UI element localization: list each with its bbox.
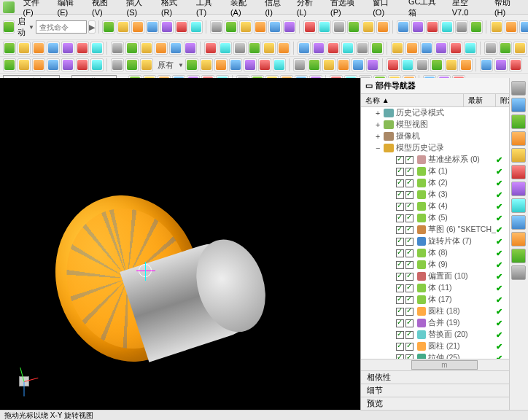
tool-button[interactable]	[214, 58, 228, 71]
tool-button[interactable]	[61, 58, 74, 71]
tool-button[interactable]	[125, 58, 139, 71]
tool-button[interactable]	[303, 20, 317, 34]
tool-button[interactable]	[117, 20, 130, 34]
tool-button[interactable]	[140, 42, 153, 55]
enable-checkbox[interactable]	[405, 156, 414, 164]
menu-item[interactable]: 工具(T)	[192, 0, 226, 20]
visibility-checkbox[interactable]	[396, 238, 404, 246]
tool-button[interactable]	[426, 20, 439, 34]
tool-button[interactable]	[248, 42, 261, 55]
tool-button[interactable]	[470, 20, 483, 34]
feature-row[interactable]: 体 (3)✔	[361, 189, 528, 201]
expander-icon[interactable]: +	[374, 109, 381, 117]
menu-item[interactable]: 编辑(E)	[53, 0, 88, 20]
menu-item[interactable]: 星空 V7.0	[448, 0, 490, 20]
tool-button[interactable]	[352, 58, 365, 71]
tab-navigator[interactable]	[511, 81, 526, 96]
tool-button[interactable]	[277, 42, 290, 55]
tool-button[interactable]	[494, 58, 508, 71]
search-go-button[interactable]: ▶	[88, 20, 96, 34]
tab-extra-1[interactable]	[511, 232, 526, 246]
tool-button[interactable]	[401, 58, 414, 71]
tool-button[interactable]	[366, 58, 379, 71]
tool-button[interactable]	[505, 20, 518, 34]
3d-viewport[interactable]	[0, 78, 360, 410]
feature-row[interactable]: 体 (9)✔	[361, 259, 528, 271]
tool-button[interactable]	[200, 58, 213, 71]
visibility-checkbox[interactable]	[396, 319, 404, 327]
tool-button[interactable]	[3, 42, 16, 55]
tool-button[interactable]	[185, 58, 198, 71]
feature-row[interactable]: 基准坐标系 (0)✔	[361, 154, 528, 166]
tool-button[interactable]	[254, 20, 267, 34]
enable-checkbox[interactable]	[405, 343, 414, 351]
tool-button[interactable]	[298, 42, 311, 55]
feature-row[interactable]: 体 (8)✔	[361, 247, 528, 259]
tool-button[interactable]	[111, 58, 124, 71]
section-dependency[interactable]: 相依性˅	[361, 370, 528, 384]
enable-checkbox[interactable]	[405, 238, 414, 246]
tool-button[interactable]	[459, 58, 473, 71]
menu-item[interactable]: 格式(R)	[157, 0, 192, 20]
enable-checkbox[interactable]	[405, 168, 414, 176]
tool-button[interactable]	[239, 20, 252, 34]
section-details[interactable]: 细节˅	[361, 384, 528, 397]
visibility-checkbox[interactable]	[396, 261, 404, 269]
feature-row[interactable]: 替换面 (20)✔	[361, 329, 528, 341]
start-button[interactable]	[3, 20, 15, 34]
feature-row[interactable]: 拉伸 (25)✔	[361, 352, 528, 359]
feature-row[interactable]: 圆柱 (21)✔	[361, 341, 528, 352]
enable-checkbox[interactable]	[405, 308, 414, 316]
visibility-checkbox[interactable]	[396, 331, 404, 339]
tool-button[interactable]	[258, 58, 271, 71]
tool-button[interactable]	[102, 20, 115, 34]
tool-button[interactable]	[411, 20, 424, 34]
tool-button[interactable]	[484, 42, 497, 55]
tab-extra-3[interactable]	[511, 265, 526, 280]
tool-button[interactable]	[140, 58, 153, 71]
tool-button[interactable]	[420, 42, 433, 55]
tool-button[interactable]	[430, 58, 443, 71]
expander-icon[interactable]: +	[374, 132, 381, 141]
feature-row[interactable]: 圆柱 (18)✔	[361, 306, 528, 317]
enable-checkbox[interactable]	[405, 191, 414, 199]
visibility-checkbox[interactable]	[396, 308, 404, 316]
tool-button[interactable]	[219, 42, 232, 55]
tool-button[interactable]	[391, 42, 404, 55]
tool-button[interactable]	[184, 42, 197, 55]
feature-row[interactable]: 体 (11)✔	[361, 282, 528, 294]
tool-button[interactable]	[268, 20, 282, 34]
menu-item[interactable]: 装配(A)	[226, 0, 260, 20]
visibility-checkbox[interactable]	[396, 354, 404, 359]
tool-button[interactable]	[155, 42, 168, 55]
visibility-checkbox[interactable]	[396, 191, 404, 199]
tool-button[interactable]	[32, 42, 45, 55]
enable-checkbox[interactable]	[405, 203, 414, 211]
tool-button[interactable]	[455, 20, 468, 34]
tree-node[interactable]: +摄像机	[361, 131, 528, 142]
tool-button[interactable]	[312, 42, 325, 55]
feature-row[interactable]: 旋转片体 (7)✔	[361, 236, 528, 247]
feature-row[interactable]: 草图 (6) "SKETCH_..."✔	[361, 224, 528, 236]
visibility-checkbox[interactable]	[396, 168, 404, 176]
enable-checkbox[interactable]	[405, 179, 414, 187]
tab-browser[interactable]	[511, 165, 526, 179]
visibility-checkbox[interactable]	[396, 179, 404, 187]
visibility-checkbox[interactable]	[396, 249, 404, 257]
menu-item[interactable]: 视图(V)	[88, 0, 122, 20]
menu-item[interactable]: 信息(I)	[260, 0, 292, 20]
tool-button[interactable]	[440, 20, 454, 34]
tool-button[interactable]	[32, 58, 45, 71]
tree-node[interactable]: +模型视图	[361, 119, 528, 131]
tab-assembly-nav[interactable]	[511, 98, 526, 112]
enable-checkbox[interactable]	[405, 273, 414, 281]
tool-button[interactable]	[90, 42, 104, 55]
expander-icon[interactable]: −	[374, 144, 381, 152]
tool-button[interactable]	[356, 42, 369, 55]
feature-row[interactable]: 合并 (19)✔	[361, 317, 528, 329]
tool-button[interactable]	[318, 20, 331, 34]
tool-button[interactable]	[308, 58, 321, 71]
visibility-checkbox[interactable]	[396, 343, 404, 351]
tool-button[interactable]	[273, 58, 286, 71]
tool-button[interactable]	[146, 20, 159, 34]
